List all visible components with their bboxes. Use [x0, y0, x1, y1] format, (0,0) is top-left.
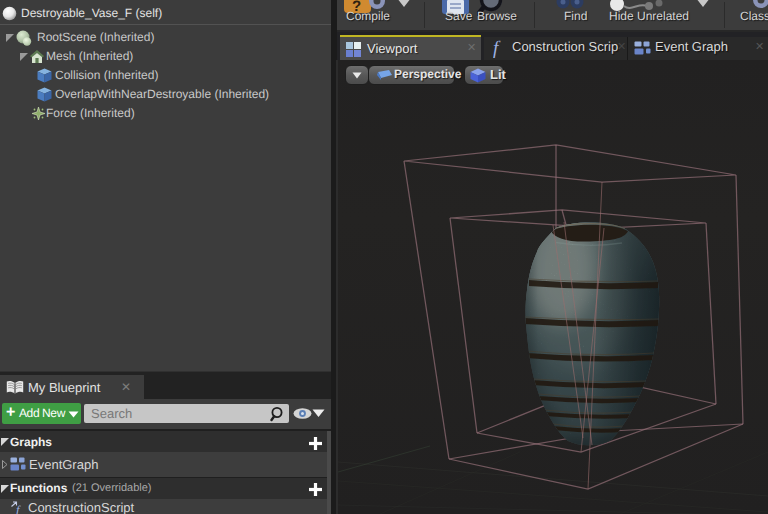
svg-text:f: f — [493, 38, 501, 59]
